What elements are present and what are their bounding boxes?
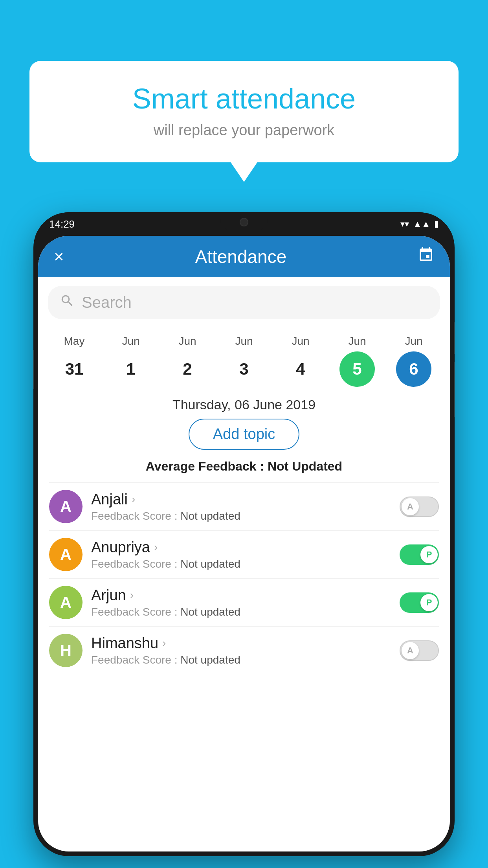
toggle-knob-3: A bbox=[402, 642, 419, 659]
wifi-icon: ▾▾ bbox=[400, 219, 409, 229]
average-feedback: Average Feedback : Not Updated bbox=[38, 459, 450, 474]
phone-screen: × Attendance Search bbox=[38, 236, 450, 851]
calendar-row: May31Jun1Jun2Jun3Jun4Jun5Jun6 bbox=[38, 328, 450, 390]
cal-month-5: Jun bbox=[348, 335, 366, 348]
attendance-toggle-1[interactable]: P bbox=[400, 544, 439, 565]
calendar-col-5[interactable]: Jun5 bbox=[334, 335, 381, 387]
cal-month-4: Jun bbox=[292, 335, 309, 348]
attendance-toggle-0[interactable]: A bbox=[400, 497, 439, 517]
cal-month-1: Jun bbox=[122, 335, 139, 348]
chevron-icon: › bbox=[162, 637, 166, 649]
student-name-2: Arjun › bbox=[91, 587, 400, 604]
student-feedback-2: Feedback Score : Not updated bbox=[91, 606, 400, 618]
status-time: 14:29 bbox=[49, 218, 75, 230]
background: Smart attendance will replace your paper… bbox=[0, 0, 488, 868]
student-feedback-3: Feedback Score : Not updated bbox=[91, 654, 400, 666]
cal-day-0[interactable]: 31 bbox=[57, 351, 92, 387]
calendar-col-6[interactable]: Jun6 bbox=[390, 335, 437, 387]
student-info-1: Anupriya ›Feedback Score : Not updated bbox=[91, 539, 400, 570]
calendar-col-2[interactable]: Jun2 bbox=[164, 335, 211, 387]
cal-day-2[interactable]: 2 bbox=[170, 351, 205, 387]
volume-down-button bbox=[454, 362, 455, 417]
student-info-3: Himanshu ›Feedback Score : Not updated bbox=[91, 635, 400, 666]
status-icons: ▾▾ ▲▲ ▮ bbox=[400, 219, 439, 229]
search-bar[interactable]: Search bbox=[48, 286, 440, 319]
chevron-icon: › bbox=[130, 589, 134, 601]
student-name-0: Anjali › bbox=[91, 491, 400, 508]
student-item-0[interactable]: AAnjali ›Feedback Score : Not updatedA bbox=[49, 482, 439, 530]
student-name-1: Anupriya › bbox=[91, 539, 400, 556]
student-item-2[interactable]: AArjun ›Feedback Score : Not updatedP bbox=[49, 578, 439, 626]
student-item-1[interactable]: AAnupriya ›Feedback Score : Not updatedP bbox=[49, 530, 439, 578]
add-topic-button[interactable]: Add topic bbox=[189, 419, 299, 450]
student-list: AAnjali ›Feedback Score : Not updatedAAA… bbox=[38, 482, 450, 674]
volume-button bbox=[33, 350, 34, 389]
power-button bbox=[454, 322, 455, 354]
header-title: Attendance bbox=[195, 246, 286, 267]
camera bbox=[240, 218, 248, 226]
cal-month-6: Jun bbox=[405, 335, 422, 348]
app-header: × Attendance bbox=[38, 236, 450, 277]
calendar-col-1[interactable]: Jun1 bbox=[107, 335, 154, 387]
search-placeholder: Search bbox=[82, 294, 132, 311]
calendar-col-0[interactable]: May31 bbox=[51, 335, 98, 387]
speech-bubble: Smart attendance will replace your paper… bbox=[29, 61, 459, 162]
student-avatar-1: A bbox=[49, 538, 83, 571]
signal-icon: ▲▲ bbox=[413, 219, 430, 229]
cal-day-6[interactable]: 6 bbox=[396, 351, 431, 387]
cal-day-3[interactable]: 3 bbox=[226, 351, 262, 387]
student-info-0: Anjali ›Feedback Score : Not updated bbox=[91, 491, 400, 522]
avg-feedback-label: Average Feedback : bbox=[146, 459, 268, 473]
avg-feedback-value: Not Updated bbox=[268, 459, 342, 473]
student-avatar-3: H bbox=[49, 634, 83, 667]
battery-icon: ▮ bbox=[434, 219, 439, 229]
chevron-icon: › bbox=[154, 541, 158, 554]
calendar-icon[interactable] bbox=[418, 246, 434, 267]
phone-frame: 14:29 ▾▾ ▲▲ ▮ × Attendance bbox=[33, 212, 455, 856]
search-icon bbox=[60, 293, 75, 312]
student-avatar-0: A bbox=[49, 490, 83, 523]
close-button[interactable]: × bbox=[54, 247, 64, 267]
toggle-knob-2: P bbox=[420, 594, 438, 611]
cal-day-5[interactable]: 5 bbox=[339, 351, 375, 387]
attendance-toggle-3[interactable]: A bbox=[400, 640, 439, 661]
notch bbox=[220, 212, 268, 231]
student-avatar-2: A bbox=[49, 586, 83, 619]
student-info-2: Arjun ›Feedback Score : Not updated bbox=[91, 587, 400, 618]
student-name-3: Himanshu › bbox=[91, 635, 400, 652]
bubble-subtitle: will replace your paperwork bbox=[53, 122, 435, 139]
cal-month-3: Jun bbox=[235, 335, 253, 348]
chevron-icon: › bbox=[132, 493, 135, 506]
attendance-toggle-2[interactable]: P bbox=[400, 592, 439, 613]
bubble-title: Smart attendance bbox=[53, 83, 435, 115]
cal-month-2: Jun bbox=[178, 335, 196, 348]
student-feedback-0: Feedback Score : Not updated bbox=[91, 510, 400, 522]
cal-day-1[interactable]: 1 bbox=[113, 351, 149, 387]
selected-date: Thursday, 06 June 2019 bbox=[38, 397, 450, 412]
calendar-col-4[interactable]: Jun4 bbox=[277, 335, 324, 387]
cal-month-0: May bbox=[64, 335, 85, 348]
calendar-col-3[interactable]: Jun3 bbox=[220, 335, 268, 387]
toggle-knob-0: A bbox=[402, 498, 419, 515]
cal-day-4[interactable]: 4 bbox=[283, 351, 318, 387]
toggle-knob-1: P bbox=[420, 546, 438, 563]
student-item-3[interactable]: HHimanshu ›Feedback Score : Not updatedA bbox=[49, 626, 439, 674]
student-feedback-1: Feedback Score : Not updated bbox=[91, 558, 400, 570]
